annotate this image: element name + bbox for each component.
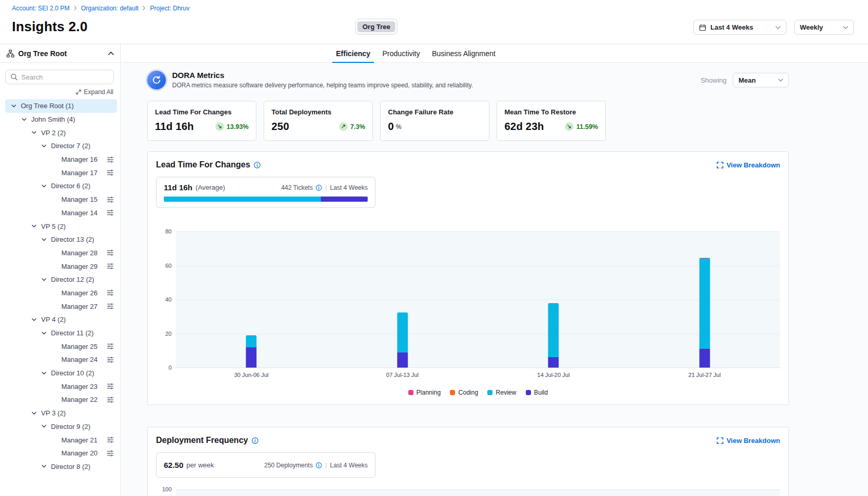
chevron-down-icon[interactable]: [42, 372, 51, 375]
view-breakdown-link[interactable]: View Breakdown: [717, 161, 780, 169]
tree-item[interactable]: VP 3 (2): [5, 407, 117, 420]
tree-item[interactable]: Director 12 (2): [5, 273, 117, 286]
tree-item[interactable]: Manager 25: [5, 340, 117, 353]
showing-dropdown[interactable]: Mean: [733, 73, 789, 87]
tree-item[interactable]: Manager 23: [5, 380, 117, 393]
stacked-bar-30 Jun-06 Jul[interactable]: [246, 335, 257, 368]
stacked-bar-14 Jul-20 Jul[interactable]: [548, 303, 559, 368]
summary-tickets: 442 Tickets: [281, 184, 313, 191]
metric-card-lead-time[interactable]: Lead Time For Changes 11d 16h 13.93%: [147, 101, 256, 141]
gridline: [176, 334, 780, 334]
chevron-down-icon[interactable]: [11, 105, 21, 108]
chevron-down-icon[interactable]: [42, 238, 51, 241]
tab-efficiency[interactable]: Efficiency: [336, 44, 370, 63]
expand-all-button[interactable]: Expand All: [76, 88, 113, 96]
filter-options-icon[interactable]: [107, 156, 114, 163]
breadcrumb-organization-link[interactable]: Organization: default: [81, 5, 139, 12]
tree-item[interactable]: Manager 27: [5, 299, 117, 313]
stacked-bar-07 Jul-13 Jul[interactable]: [397, 312, 408, 368]
y-axis-tick: 40: [156, 296, 172, 303]
filter-options-icon[interactable]: [107, 197, 114, 203]
tree-item[interactable]: Manager 29: [5, 259, 117, 273]
filter-options-icon[interactable]: [107, 250, 114, 256]
chevron-down-icon[interactable]: [42, 465, 51, 468]
filter-options-icon[interactable]: [107, 210, 114, 216]
filter-options-icon[interactable]: [107, 343, 114, 349]
sidebar-collapse-button[interactable]: [108, 51, 114, 55]
chevron-down-icon: [775, 26, 781, 29]
breadcrumb-project-link[interactable]: Project: Dhruv: [150, 5, 189, 12]
filter-options-icon[interactable]: [107, 357, 114, 363]
tree-item[interactable]: John Smith (4): [5, 113, 117, 126]
chevron-down-icon[interactable]: [42, 185, 51, 188]
metric-card-mean-time-to-restore[interactable]: Mean Time To Restore 62d 23h 11.59%: [497, 101, 606, 141]
tab-business-alignment[interactable]: Business Alignment: [432, 44, 496, 63]
info-icon[interactable]: [316, 462, 322, 468]
chevron-down-icon[interactable]: [32, 225, 41, 228]
metric-card-total-deployments[interactable]: Total Deployments 250 7.3%: [264, 101, 373, 141]
view-breakdown-link[interactable]: View Breakdown: [717, 437, 780, 445]
tree-item[interactable]: Manager 20: [5, 447, 117, 460]
tree-item[interactable]: VP 4 (2): [5, 313, 117, 327]
tree-item[interactable]: VP 2 (2): [5, 126, 117, 139]
search-input[interactable]: [21, 73, 109, 81]
tree-item-label: Org Tree Root (1): [21, 102, 74, 110]
legend-item-coding[interactable]: Coding: [450, 389, 478, 396]
chevron-down-icon[interactable]: [22, 118, 31, 121]
legend-item-review[interactable]: Review: [487, 389, 516, 396]
info-icon[interactable]: [252, 437, 258, 444]
chevron-down-icon[interactable]: [42, 425, 51, 428]
legend-swatch: [450, 390, 455, 395]
tree-item-label: Manager 25: [61, 343, 97, 350]
tab-productivity[interactable]: Productivity: [382, 44, 420, 63]
org-tree-toggle-button[interactable]: Org Tree: [355, 19, 397, 34]
granularity-value: Weekly: [800, 23, 823, 31]
tree-item[interactable]: Org Tree Root (1): [5, 99, 117, 113]
tree-item[interactable]: Director 7 (2): [5, 139, 117, 153]
date-range-dropdown[interactable]: Last 4 Weeks: [693, 20, 786, 35]
metric-card-change-failure-rate[interactable]: Change Failure Rate 0 %: [380, 101, 489, 141]
chevron-down-icon[interactable]: [42, 332, 51, 335]
stacked-bar-21 Jul-27 Jul[interactable]: [699, 258, 710, 368]
tree-item[interactable]: Manager 26: [5, 286, 117, 300]
tree-item-label: Manager 28: [61, 249, 97, 257]
tree-item[interactable]: Manager 22: [5, 393, 117, 407]
filter-options-icon[interactable]: [107, 303, 114, 309]
filter-options-icon[interactable]: [107, 450, 114, 456]
y-axis-tick: 20: [156, 331, 172, 337]
tree-item[interactable]: Manager 28: [5, 246, 117, 260]
tree-item[interactable]: Director 8 (2): [5, 460, 117, 474]
tree-item[interactable]: Director 6 (2): [5, 179, 117, 193]
tree-item[interactable]: Manager 16: [5, 153, 117, 166]
tree-item[interactable]: Director 10 (2): [5, 367, 117, 380]
info-icon[interactable]: [316, 185, 322, 191]
chevron-down-icon[interactable]: [32, 318, 41, 321]
granularity-dropdown[interactable]: Weekly: [794, 20, 854, 35]
filter-options-icon[interactable]: [107, 383, 114, 389]
filter-options-icon[interactable]: [107, 169, 114, 176]
tree-item[interactable]: VP 5 (2): [5, 219, 117, 233]
breadcrumb-account-link[interactable]: Account: SEI 2.0 PM: [12, 5, 70, 12]
tree-item[interactable]: Manager 15: [5, 193, 117, 206]
tree-item[interactable]: Director 13 (2): [5, 233, 117, 246]
tree-item[interactable]: Manager 24: [5, 353, 117, 367]
filter-options-icon[interactable]: [107, 290, 114, 296]
chevron-down-icon[interactable]: [42, 145, 51, 148]
filter-options-icon[interactable]: [107, 397, 114, 403]
tree-item[interactable]: Manager 14: [5, 206, 117, 220]
legend-item-planning[interactable]: Planning: [408, 389, 441, 396]
tree-item-label: Manager 14: [61, 209, 97, 217]
insights-page: Account: SEI 2.0 PM Organization: defaul…: [0, 0, 868, 496]
chevron-down-icon[interactable]: [42, 278, 51, 281]
filter-options-icon[interactable]: [107, 263, 114, 269]
filter-options-icon[interactable]: [107, 437, 114, 443]
tree-item[interactable]: Director 9 (2): [5, 420, 117, 434]
chevron-down-icon[interactable]: [32, 131, 41, 134]
legend-label: Coding: [458, 389, 478, 396]
chevron-down-icon[interactable]: [32, 412, 41, 415]
tree-item[interactable]: Manager 17: [5, 166, 117, 179]
tree-item[interactable]: Manager 21: [5, 433, 117, 447]
tree-item[interactable]: Director 11 (2): [5, 327, 117, 340]
info-icon[interactable]: [254, 162, 261, 168]
legend-item-build[interactable]: Build: [526, 389, 548, 396]
